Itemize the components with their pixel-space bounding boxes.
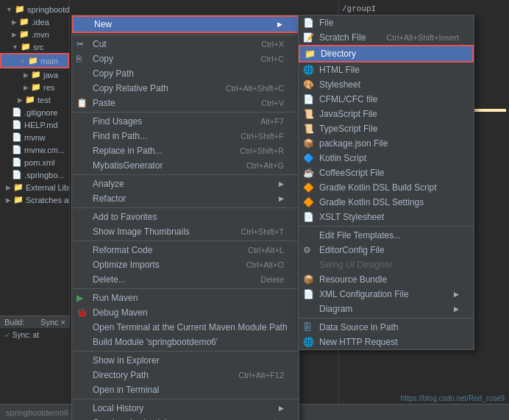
tree-scratches[interactable]: ▶ 📁 Scratches an... — [0, 193, 69, 206]
tree-src[interactable]: ▼ 📁 src — [0, 40, 69, 53]
submenu-item-html[interactable]: 🌐 HTML File — [299, 63, 474, 77]
submenu-label-resource-bundle: Resource Bundle — [319, 274, 459, 285]
tree-springbo[interactable]: 📄 .springbo... — [0, 168, 69, 181]
run-maven-icon: ▶ — [76, 293, 83, 303]
tree-mvn[interactable]: ▶ 📁 .mvn — [0, 28, 69, 40]
tree-gitignore[interactable]: 📄 .gitignore — [0, 106, 69, 118]
menu-item-paste[interactable]: 📋 Paste Ctrl+V — [72, 96, 299, 110]
submenu-item-coffeescript[interactable]: ☕ CoffeeScript File — [299, 165, 474, 180]
help-icon: 📄 — [12, 120, 22, 129]
tree-idea[interactable]: ▶ 📁 .idea — [0, 15, 69, 28]
tree-arrow: ▼ — [6, 6, 13, 13]
reformat-shortcut: Ctrl+Alt+L — [248, 246, 284, 255]
submenu-item-directory[interactable]: 📁 Directory — [299, 45, 474, 63]
submenu-item-editorconfig[interactable]: ⚙ EditorConfig File — [299, 243, 474, 257]
menu-item-copy-relative[interactable]: Copy Relative Path Ctrl+Alt+Shift+C — [72, 81, 299, 96]
menu-item-copy[interactable]: ⎘ Copy Ctrl+C — [72, 51, 299, 66]
submenu-item-gradle-dsl[interactable]: 🔶 Gradle Kotlin DSL Build Script — [299, 180, 474, 195]
menu-item-run-maven[interactable]: ▶ Run Maven — [72, 291, 299, 305]
submenu-item-edit-templates[interactable]: Edit File Templates... — [299, 228, 474, 243]
menu-item-reformat[interactable]: Reformat Code Ctrl+Alt+L — [72, 243, 299, 257]
menu-label-new: New — [94, 19, 271, 29]
submenu-new[interactable]: 📄 File 📝 Scratch File Ctrl+Alt+Shift+Ins… — [298, 15, 474, 350]
submenu-separator-1 — [299, 226, 474, 227]
menu-item-show-explorer[interactable]: Show in Explorer — [72, 353, 299, 368]
submenu-item-typescript[interactable]: 📜 TypeScript File — [299, 121, 474, 136]
menu-item-delete[interactable]: Delete... Delete — [72, 272, 299, 287]
tree-pom[interactable]: 📄 pom.xml — [0, 156, 69, 168]
resource-bundle-icon: 📦 — [303, 274, 314, 285]
tree-java[interactable]: ▶ 📁 java — [0, 68, 69, 81]
submenu-item-diagram[interactable]: Diagram — [299, 302, 474, 316]
external-lib-icon: 📁 — [13, 182, 24, 192]
menu-item-replace[interactable]: Replace in Path... Ctrl+Shift+R — [72, 143, 299, 158]
submenu-item-xslt[interactable]: 📄 XSLT Stylesheet — [299, 210, 474, 224]
js-icon: 📜 — [303, 109, 314, 119]
submenu-label-gradle-dsl: Gradle Kotlin DSL Build Script — [319, 182, 459, 193]
submenu-item-scratch[interactable]: 📝 Scratch File Ctrl+Alt+Shift+Insert — [299, 30, 474, 45]
submenu-item-gradle-settings[interactable]: 🔶 Gradle Kotlin DSL Settings — [299, 195, 474, 210]
submenu-item-stylesheet[interactable]: 🎨 Stylesheet — [299, 77, 474, 92]
menu-label-local-history: Local History — [93, 403, 273, 413]
menu-item-synchronize[interactable]: Synchronize 'main' ↻ — [72, 416, 299, 420]
submenu-item-cfml[interactable]: 📄 CFML/CFC file — [299, 92, 474, 107]
mybatis-shortcut: Ctrl+Alt+G — [246, 161, 284, 170]
coffeescript-icon: ☕ — [303, 168, 314, 178]
stylesheet-icon: 🎨 — [303, 79, 314, 90]
html-icon: 🌐 — [303, 65, 314, 75]
menu-item-open-terminal-module[interactable]: Open Terminal at the Current Maven Modul… — [72, 320, 299, 335]
menu-item-show-image[interactable]: Show Image Thumbnails Ctrl+Shift+T — [72, 224, 299, 239]
menu-separator-3 — [72, 174, 299, 175]
menu-label-replace: Replace in Path... — [93, 146, 225, 156]
menu-item-mybatis[interactable]: MybatisGenerator Ctrl+Alt+G — [72, 158, 299, 173]
menu-label-analyze: Analyze — [93, 179, 273, 189]
menu-label-open-terminal: Open in Terminal — [93, 385, 284, 395]
submenu-label-html: HTML File — [319, 65, 459, 75]
menu-item-find-usages[interactable]: Find Usages Alt+F7 — [72, 114, 299, 129]
tree-mvnw[interactable]: 📄 mvnw — [0, 131, 69, 143]
mvnw-cmd-icon: 📄 — [12, 145, 22, 154]
springbo-icon: 📄 — [12, 170, 22, 179]
menu-item-local-history[interactable]: Local History — [72, 401, 299, 416]
submenu-item-data-source[interactable]: 🗄 Data Source in Path — [299, 320, 474, 335]
submenu-item-kotlin-script[interactable]: 🔷 Kotlin Script — [299, 151, 474, 165]
tree-help[interactable]: 📄 HELP.md — [0, 118, 69, 131]
menu-item-open-terminal[interactable]: Open in Terminal — [72, 382, 299, 397]
ts-icon: 📜 — [303, 124, 314, 134]
sync-label[interactable]: Sync × — [40, 318, 65, 327]
submenu-item-file[interactable]: 📄 File — [299, 15, 474, 30]
menu-item-analyze[interactable]: Analyze — [72, 177, 299, 191]
menu-item-new[interactable]: New — [72, 15, 299, 33]
tree-main[interactable]: ▼ 📁 main — [0, 53, 69, 68]
menu-item-build-module[interactable]: Build Module 'springbootdemo6' — [72, 335, 299, 349]
tree-test[interactable]: ▶ 📁 test — [0, 93, 69, 106]
menu-item-optimize[interactable]: Optimize Imports Ctrl+Alt+O — [72, 257, 299, 272]
tree-external-lib[interactable]: ▶ 📁 External Libra... — [0, 181, 69, 193]
xml-config-icon: 📄 — [303, 289, 314, 299]
menu-item-copy-path[interactable]: Copy Path — [72, 66, 299, 81]
menu-item-debug-maven[interactable]: 🐞 Debug Maven — [72, 305, 299, 320]
menu-label-reformat: Reformat Code — [93, 245, 233, 255]
tree-root[interactable]: ▼ 📁 springbootdemo6 — [0, 3, 69, 15]
submenu-item-javascript[interactable]: 📜 JavaScript File — [299, 107, 474, 121]
menu-label-build-module: Build Module 'springbootdemo6' — [93, 337, 284, 347]
menu-label-mybatis: MybatisGenerator — [93, 160, 232, 171]
submenu-item-resource-bundle[interactable]: 📦 Resource Bundle — [299, 272, 474, 287]
submenu-item-http-request[interactable]: 🌐 New HTTP Request — [299, 335, 474, 349]
context-menu[interactable]: New ✂ Cut Ctrl+X ⎘ Copy Ctrl+C Copy Path… — [71, 15, 299, 420]
submenu-item-xml-config[interactable]: 📄 XML Configuration File — [299, 287, 474, 302]
cut-shortcut: Ctrl+X — [261, 40, 284, 49]
menu-label-show-explorer: Show in Explorer — [93, 355, 284, 366]
tree-mvnw-cmd[interactable]: 📄 mvnw.cm... — [0, 143, 69, 156]
menu-item-directory-path[interactable]: Directory Path Ctrl+Alt+F12 — [72, 368, 299, 382]
find-usages-shortcut: Alt+F7 — [260, 117, 284, 126]
menu-item-cut[interactable]: ✂ Cut Ctrl+X — [72, 37, 299, 51]
tree-res[interactable]: ▶ 📁 res — [0, 81, 69, 93]
menu-item-add-favorites[interactable]: Add to Favorites — [72, 210, 299, 224]
submenu-item-package-json[interactable]: 📦 package.json File — [299, 136, 474, 151]
menu-label-paste: Paste — [93, 98, 246, 108]
scratch-icon: 📝 — [303, 32, 314, 43]
menu-item-find-path[interactable]: Find in Path... Ctrl+Shift+F — [72, 129, 299, 143]
res-folder-icon: 📁 — [31, 82, 41, 92]
menu-item-refactor[interactable]: Refactor — [72, 191, 299, 206]
